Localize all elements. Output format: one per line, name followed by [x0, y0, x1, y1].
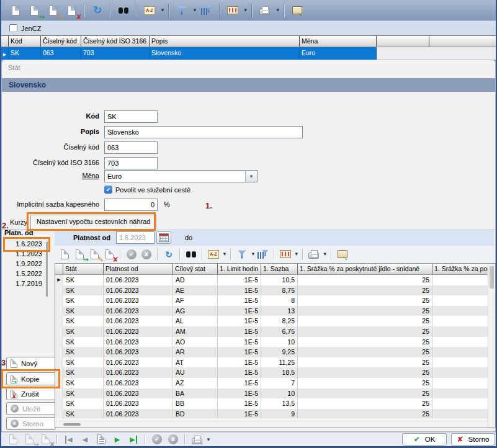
filter-values-icon[interactable]	[199, 3, 214, 18]
storno-side-button[interactable]: ✘ Storno	[6, 417, 56, 430]
confirm-icon[interactable]: ✔	[150, 433, 164, 446]
filter-icon[interactable]	[174, 3, 189, 18]
combo-dropdown-icon[interactable]: ▼	[245, 171, 257, 182]
jencz-checkbox[interactable]	[9, 24, 17, 32]
povolit-checkbox[interactable]: ✔	[104, 186, 112, 194]
edit-icon[interactable]: ✎	[88, 248, 101, 261]
novy-button[interactable]: Nový	[6, 357, 56, 370]
print-dropdown-icon[interactable]: ▼	[206, 437, 211, 442]
validity-item[interactable]: 1.5.2022	[6, 270, 42, 277]
prev-record-icon[interactable]: ◀	[78, 433, 92, 446]
cancel-icon[interactable]: ✘	[166, 433, 180, 446]
popis-field[interactable]	[104, 126, 303, 138]
scrollbar-thumb[interactable]	[490, 266, 494, 289]
edit-icon[interactable]: ✎	[45, 3, 60, 18]
column-header[interactable]: Popis	[150, 36, 300, 47]
mena-combobox[interactable]: Euro ▼	[104, 170, 257, 182]
sort-az-icon[interactable]: A-Z	[142, 3, 157, 18]
kod-field[interactable]	[104, 110, 158, 123]
tab-nahrady[interactable]: Nastavení vypočtu cestovních náhrad	[30, 215, 156, 230]
refresh-icon[interactable]: ↻	[90, 3, 105, 18]
delete-icon[interactable]: ✘	[103, 248, 115, 261]
last-record-icon[interactable]: ▶	[127, 433, 140, 446]
print-icon[interactable]	[190, 433, 204, 446]
table-row[interactable]: SK 01.06.2023 AZ 1E-5 7 25	[55, 378, 488, 388]
columns-dropdown-icon[interactable]: ▼	[294, 251, 299, 257]
table-row[interactable]: SK 01.06.2023 BD 1E-5 9 25	[55, 409, 488, 419]
copy-icon[interactable]: ↪	[22, 433, 36, 446]
table-row[interactable]: SK 01.06.2023 AD 1E-5 10,5 25	[55, 275, 488, 285]
next-record-icon[interactable]: ▶	[110, 433, 124, 446]
ok-button[interactable]: ✔ OK	[402, 433, 447, 446]
table-row[interactable]: SK 01.06.2023 AF 1E-5 8 25	[55, 295, 488, 306]
cancel-icon[interactable]: ✘	[140, 248, 153, 261]
sort-az-icon[interactable]: A-Z	[207, 248, 220, 261]
cell-iso[interactable]: 703	[81, 47, 150, 60]
validity-item[interactable]: 1.1.2023	[6, 250, 42, 258]
new-icon[interactable]	[58, 248, 71, 261]
kapesne-field[interactable]	[104, 199, 158, 211]
horizontal-scrollbar[interactable]	[55, 421, 488, 428]
column-header[interactable]: 1. Limit hodin	[218, 264, 261, 274]
cell-kod[interactable]: SK	[9, 47, 41, 60]
export-icon[interactable]: →	[290, 3, 305, 18]
sort-dropdown-icon[interactable]: ▼	[222, 251, 227, 257]
iso-field[interactable]	[104, 157, 158, 169]
table-row[interactable]: SK 01.06.2023 AT 1E-5 11,25 25	[55, 357, 488, 368]
cell-mena[interactable]: Euro	[300, 47, 377, 60]
scrollbar-thumb[interactable]	[63, 423, 81, 426]
first-record-icon[interactable]: ◀	[62, 433, 76, 446]
column-header[interactable]: 1. Srážka % za poskytnuté jídlo - snídan…	[298, 264, 432, 274]
column-header[interactable]: Cílový stat	[173, 264, 218, 274]
table-row[interactable]: SK 01.06.2023 BA 1E-5 10 25	[55, 388, 488, 399]
zrusit-button[interactable]: ✘ Zrušit	[6, 387, 56, 400]
table-row[interactable]: SK 01.06.2023 AU 1E-5 18,5 25	[55, 367, 488, 378]
filter-dropdown-icon[interactable]: ▼	[192, 7, 197, 13]
new-icon[interactable]	[8, 3, 23, 18]
validity-list-header[interactable]: Platn. od	[4, 229, 33, 236]
validity-item[interactable]: 1.6.2023	[6, 240, 42, 248]
columns-icon[interactable]	[225, 3, 240, 18]
platnost-od-field[interactable]	[116, 231, 154, 244]
refresh-icon[interactable]: ↻	[163, 248, 175, 261]
countries-selected-row[interactable]: ▶ SK 063 703 Slovensko Euro	[1, 47, 496, 60]
validity-item[interactable]: 1.9.2022	[6, 260, 42, 267]
copy-icon[interactable]: ↪	[27, 3, 42, 18]
ulozit-button[interactable]: ✔ Uložit	[6, 402, 56, 415]
cell-popis[interactable]: Slovensko	[150, 47, 300, 60]
column-header[interactable]: Kód	[9, 36, 41, 47]
columns-icon[interactable]	[279, 248, 292, 261]
filter-icon[interactable]	[236, 248, 248, 261]
print-icon[interactable]	[257, 3, 272, 18]
table-row[interactable]: SK 01.06.2023 AL 1E-5 8,25 25	[55, 316, 488, 326]
filter-values-icon[interactable]	[257, 248, 269, 261]
column-header[interactable]: Stát	[63, 264, 104, 274]
filter-dropdown-icon[interactable]: ▼	[251, 251, 256, 257]
delete-icon[interactable]: ✘	[64, 3, 79, 18]
validity-scrollbar[interactable]	[46, 242, 48, 297]
delete-icon[interactable]: ✘	[38, 433, 52, 446]
table-row[interactable]: SK 01.06.2023 AR 1E-5 9,25 25	[55, 347, 488, 357]
search-icon[interactable]	[116, 3, 131, 18]
column-header[interactable]: 1. Srážka % za pos	[432, 264, 488, 274]
vertical-scrollbar[interactable]	[488, 264, 495, 428]
columns-dropdown-icon[interactable]: ▼	[243, 7, 248, 13]
column-header[interactable]: Platnost od	[104, 264, 173, 274]
table-row[interactable]: SK 01.06.2023 AG 1E-5 13 25	[55, 306, 488, 316]
column-header[interactable]: 1. Sazba	[261, 264, 298, 274]
tab-kurzy[interactable]: Kurzy	[6, 217, 31, 227]
search-icon[interactable]	[185, 248, 197, 261]
table-row[interactable]: SK 01.06.2023 AE 1E-5 8,75 25	[55, 285, 488, 296]
calendar-button[interactable]	[156, 231, 171, 244]
print-icon[interactable]	[308, 248, 320, 261]
column-header[interactable]: Číselný kód	[41, 36, 81, 47]
ciselny-kod-field[interactable]	[104, 141, 158, 154]
storno-button[interactable]: ✘ Storno	[451, 433, 495, 446]
print-dropdown-icon[interactable]: ▼	[275, 7, 280, 13]
form-view-icon[interactable]	[94, 433, 108, 446]
print-dropdown-icon[interactable]: ▼	[323, 251, 328, 257]
column-header[interactable]: Měna	[300, 36, 377, 47]
copy-icon[interactable]: ↪	[73, 248, 86, 261]
kopie-button[interactable]: ↪ Kopie	[6, 372, 56, 385]
mena-link-label[interactable]: Měna	[1, 172, 99, 179]
